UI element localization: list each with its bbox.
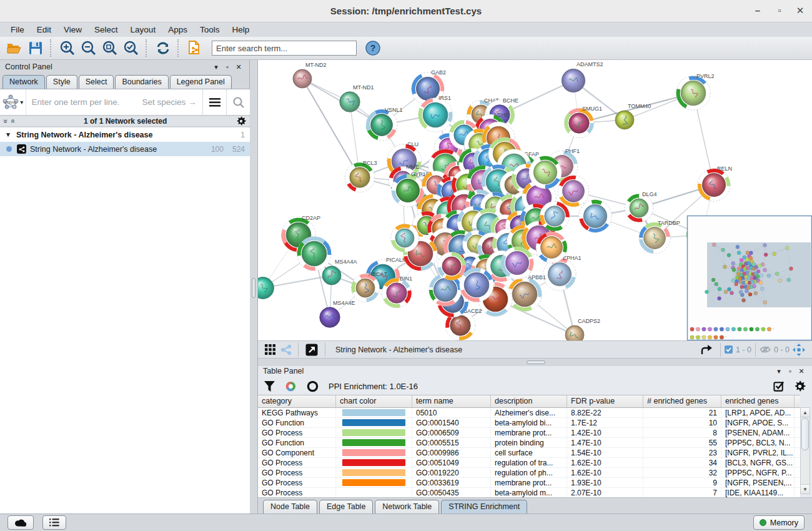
term-input[interactable] xyxy=(26,97,142,107)
network-style-button[interactable] xyxy=(278,340,294,359)
selection-checkbox-icon[interactable] xyxy=(725,345,733,354)
node-DLG4[interactable]: DLG4 xyxy=(625,191,657,222)
scroll-thumb[interactable] xyxy=(801,418,809,450)
node-MT-ND1[interactable]: MT-ND1 xyxy=(340,84,374,112)
grid-view-button[interactable] xyxy=(262,340,278,359)
tab-select[interactable]: Select xyxy=(79,75,114,89)
species-hint[interactable]: Set species → xyxy=(142,97,202,107)
panel-close-icon[interactable]: ✕ xyxy=(233,63,244,71)
table-row[interactable]: GO ProcessGO:0019220regulation of ph...1… xyxy=(258,468,800,478)
column-header-enriched-genes[interactable]: enriched genes xyxy=(721,395,795,407)
table-divider-grip[interactable] xyxy=(527,360,545,364)
filter-icon[interactable] xyxy=(264,381,275,392)
panel-float-icon[interactable]: ▫ xyxy=(222,63,233,71)
import-network-button[interactable] xyxy=(184,39,205,57)
gear-icon[interactable] xyxy=(236,116,246,126)
minimize-button[interactable]: – xyxy=(747,0,768,22)
table-row[interactable]: GO FunctionGO:0005515protein binding1.47… xyxy=(258,438,800,448)
tab-node-table[interactable]: Node Table xyxy=(263,500,317,514)
save-session-button[interactable] xyxy=(25,39,46,57)
column-header--enriched-genes[interactable]: # enriched genes xyxy=(643,395,721,407)
open-in-window-button[interactable] xyxy=(302,340,321,359)
node-VSNL1[interactable]: VSNL1 xyxy=(366,107,402,141)
node[interactable] xyxy=(501,247,533,279)
tab-style[interactable]: Style xyxy=(46,75,77,89)
collection-row[interactable]: ▼ String Network - Alzheimer's disease 1 xyxy=(0,127,250,142)
node-ADAMTS2[interactable]: ADAMTS2 xyxy=(562,61,603,92)
node[interactable] xyxy=(558,176,589,207)
pan-mode-button[interactable] xyxy=(790,340,808,359)
column-header-description[interactable]: description xyxy=(491,395,567,407)
node[interactable] xyxy=(540,201,569,231)
memory-button[interactable]: Memory xyxy=(753,515,805,530)
open-session-button[interactable] xyxy=(4,39,25,57)
birds-eye-view[interactable] xyxy=(688,216,812,340)
scroll-down-icon[interactable]: ▼ xyxy=(801,484,810,494)
tab-edge-table[interactable]: Edge Table xyxy=(319,500,373,514)
select-rows-icon[interactable] xyxy=(773,380,785,392)
node-CADPS2[interactable]: CADPS2 xyxy=(565,318,600,340)
menu-file[interactable]: File xyxy=(5,24,30,36)
column-header-term-name[interactable]: term name xyxy=(412,395,491,407)
string-options-button[interactable] xyxy=(203,89,226,115)
node[interactable] xyxy=(297,237,332,271)
expand-all-icon[interactable]: » xyxy=(8,119,17,124)
table-row[interactable]: GO FunctionGO:0001540beta-amyloid bi...1… xyxy=(258,418,800,428)
table-panel-menu-caret-icon[interactable]: ▾ xyxy=(773,367,785,375)
column-header-category[interactable]: category xyxy=(258,395,336,407)
table-scrollbar[interactable]: ▲ ▼ xyxy=(800,407,810,494)
menu-apps[interactable]: Apps xyxy=(162,24,193,36)
menu-tools[interactable]: Tools xyxy=(194,24,225,36)
divider-grip[interactable] xyxy=(252,278,255,298)
tab-boundaries[interactable]: Boundaries xyxy=(115,75,168,89)
zoom-fit-button[interactable] xyxy=(99,39,121,57)
table-row[interactable]: KEGG Pathways05010Alzheimer's dise...8.8… xyxy=(258,408,800,418)
zoom-out-button[interactable] xyxy=(78,39,99,57)
string-search-button[interactable] xyxy=(227,89,250,115)
search-input[interactable] xyxy=(212,41,357,56)
node-PVRL2[interactable]: PVRL2 xyxy=(676,73,715,110)
table-row[interactable]: GO ProcessGO:0051049regulation of tra...… xyxy=(258,458,800,468)
table-row[interactable]: GO ComponentGO:0009986cell surface1.54E-… xyxy=(258,448,800,458)
table-row[interactable]: GO ProcessGO:0050435beta-amyloid m...2.0… xyxy=(258,488,800,497)
network-row[interactable]: String Network - Alzheimer's disease 100… xyxy=(0,142,250,156)
settings-gear-icon[interactable] xyxy=(794,380,806,392)
table-panel-close-icon[interactable]: ✕ xyxy=(796,367,807,375)
table-panel-float-icon[interactable]: ▫ xyxy=(785,367,796,375)
node[interactable] xyxy=(579,200,611,232)
donut-chart-icon[interactable] xyxy=(285,380,297,392)
network-svg[interactable]: MT-ND2MT-ND1VSNL1GAB2IRS1CHATBCHEACHEADA… xyxy=(258,60,812,340)
menu-edit[interactable]: Edit xyxy=(31,24,57,36)
task-history-button[interactable] xyxy=(42,515,66,530)
panel-menu-caret-icon[interactable]: ▾ xyxy=(210,63,222,71)
string-protocol-selector[interactable]: STRING ▾ xyxy=(0,89,26,115)
node-BCL3[interactable]: BCL3 xyxy=(345,160,377,192)
node-MT-ND2[interactable]: MT-ND2 xyxy=(293,62,327,88)
tab-legend-panel[interactable]: Legend Panel xyxy=(170,75,232,89)
export-view-button[interactable] xyxy=(698,340,716,359)
maximize-button[interactable]: ▫ xyxy=(769,0,790,22)
column-header-chart-color[interactable]: chart color xyxy=(336,395,412,407)
table-row[interactable]: GO ProcessGO:0033619membrane prot...1.93… xyxy=(258,478,800,488)
zoom-in-button[interactable] xyxy=(57,39,78,57)
cloud-button[interactable] xyxy=(7,515,34,530)
tab-network-table[interactable]: Network Table xyxy=(375,500,439,514)
node-TOMM40[interactable]: TOMM40 xyxy=(615,103,651,129)
tab-string-enrichment[interactable]: STRING Enrichment xyxy=(441,500,527,514)
menu-help[interactable]: Help xyxy=(226,24,255,36)
ring-chart-icon[interactable] xyxy=(307,380,319,392)
network-canvas[interactable]: MT-ND2MT-ND1VSNL1GAB2IRS1CHATBCHEACHEADA… xyxy=(258,60,812,340)
node[interactable] xyxy=(438,252,466,280)
scroll-up-icon[interactable]: ▲ xyxy=(801,408,810,417)
zoom-selected-button[interactable] xyxy=(121,39,142,57)
refresh-button[interactable] xyxy=(152,39,174,57)
node[interactable] xyxy=(391,224,419,252)
node[interactable] xyxy=(460,268,494,302)
menu-layout[interactable]: Layout xyxy=(125,24,162,36)
node[interactable] xyxy=(529,156,562,189)
node-MS4A4E[interactable]: MS4A4E xyxy=(320,300,355,327)
tree-expand-icon[interactable]: ▼ xyxy=(5,131,11,138)
node[interactable] xyxy=(536,232,567,263)
help-button[interactable]: ? xyxy=(365,41,380,56)
node[interactable] xyxy=(258,277,274,299)
